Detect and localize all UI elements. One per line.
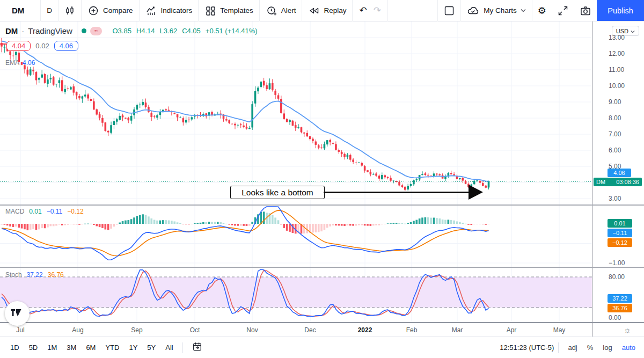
price-axis-label: 3.00 — [609, 194, 621, 203]
layout-square-icon — [443, 5, 455, 17]
price-axis-label: 7.00 — [609, 130, 621, 138]
fullscreen-icon — [557, 5, 569, 17]
macd-label: MACD — [5, 208, 24, 215]
range-1y-button[interactable]: 1Y — [124, 341, 142, 354]
range-3m-button[interactable]: 3M — [62, 341, 81, 354]
alert-label: Alert — [281, 6, 296, 14]
toolbar-separator — [387, 0, 388, 21]
ema-value: 4.06 — [23, 59, 35, 67]
ema-legend[interactable]: EMA 4.06 — [5, 59, 35, 67]
low-value: L3.62 — [160, 27, 178, 35]
compare-label: Compare — [103, 6, 133, 14]
range-6m-button[interactable]: 6M — [81, 341, 100, 354]
time-axis-label: Oct — [190, 326, 200, 334]
clock-label[interactable]: 12:51:23 (UTC-5) — [500, 344, 554, 352]
range-ytd-button[interactable]: YTD — [100, 341, 124, 354]
time-axis-label: 2022 — [358, 326, 372, 334]
annotation-text-box[interactable]: Looks like a bottom — [230, 186, 325, 199]
tradingview-logo-icon — [11, 309, 24, 319]
indicators-icon — [145, 5, 157, 17]
my-charts-button[interactable]: My Charts — [461, 0, 532, 21]
symbol-button[interactable]: DM — [0, 0, 40, 21]
range-5y-button[interactable]: 5Y — [142, 341, 160, 354]
log-scale-toggle[interactable]: log — [598, 344, 617, 352]
approximate-data-badge[interactable]: ≈ — [90, 27, 103, 35]
chart-legend: DM · TradingView ≈ O3.85 H4.14 L3.62 C4.… — [5, 26, 258, 35]
replay-label: Replay — [324, 6, 346, 14]
interval-button[interactable]: D — [41, 0, 58, 21]
alert-clock-icon — [266, 5, 277, 17]
timezone-sun-icon[interactable]: ☼ — [624, 325, 631, 334]
calendar-arrow-icon — [192, 345, 202, 353]
price-axis-label: 8.00 — [609, 114, 621, 122]
bid-price-line — [0, 43, 6, 45]
macd-line-value: −0.11 — [47, 208, 62, 215]
spread-value: 0.02 — [35, 42, 49, 50]
chart-style-button[interactable] — [58, 0, 81, 21]
undo-icon: ↶ — [359, 5, 367, 16]
top-toolbar: DM D Compare Indicators Templates Alert … — [0, 0, 644, 21]
high-value: H4.14 — [136, 27, 155, 35]
adjust-data-toggle[interactable]: adj — [563, 344, 582, 352]
time-axis-label: May — [553, 326, 566, 334]
percent-scale-toggle[interactable]: % — [582, 344, 598, 352]
layout-button[interactable] — [438, 0, 460, 21]
tradingview-logo[interactable] — [5, 301, 30, 326]
time-axis-label: Mar — [452, 326, 463, 334]
range-1m-button[interactable]: 1M — [42, 341, 62, 354]
ema-label: EMA — [5, 59, 19, 67]
price-axis-label: 9.00 — [609, 98, 621, 106]
undo-button[interactable]: ↶ — [353, 0, 370, 21]
replay-button[interactable]: Replay — [302, 0, 352, 21]
macd-axis-label: −1.00 — [609, 259, 625, 267]
compare-button[interactable]: Compare — [82, 0, 139, 21]
time-axis[interactable]: JulAugSepOctNovDec2022FebMarAprMay ☼ — [0, 322, 644, 337]
chevron-down-icon — [521, 9, 526, 12]
bottom-toolbar: 1D5D1M3M6MYTD1Y5YAll 12:51:23 (UTC-5) ad… — [0, 337, 644, 358]
range-all-button[interactable]: All — [160, 341, 178, 354]
chart-area[interactable]: USD 4.06 DM 03:08:36 13.0012.0011.0010.0… — [0, 21, 644, 322]
redo-button[interactable]: ↷ — [370, 0, 387, 21]
stoch-axis-label: 0.00 — [609, 313, 621, 322]
fullscreen-button[interactable] — [552, 0, 574, 21]
macd-hist-value: 0.01 — [29, 208, 41, 215]
go-to-date-button[interactable] — [187, 341, 207, 354]
ema-price-badge: 4.06 — [608, 169, 631, 177]
range-1d-button[interactable]: 1D — [5, 341, 24, 354]
screenshot-button[interactable] — [574, 0, 597, 21]
time-axis-label: Aug — [72, 326, 83, 334]
replay-rewind-icon — [308, 5, 320, 17]
market-status-dot-icon[interactable] — [82, 28, 86, 33]
chart-canvas[interactable] — [0, 21, 592, 322]
pane-separator-macd[interactable] — [0, 204, 644, 206]
time-axis-label: Nov — [246, 326, 258, 334]
ohlc-values: O3.85 H4.14 L3.62 C4.05 +0.51 (+14.41%) — [112, 27, 257, 35]
auto-scale-toggle[interactable]: auto — [617, 344, 636, 352]
redo-icon: ↷ — [374, 5, 381, 16]
macd-value-badge: −0.12 — [608, 238, 632, 247]
settings-button[interactable]: ⚙ — [532, 0, 552, 21]
cloud-check-icon — [467, 5, 480, 17]
stoch-label: Stoch — [5, 271, 22, 279]
indicators-button[interactable]: Indicators — [140, 0, 199, 21]
bottom-separator — [182, 342, 183, 353]
macd-legend[interactable]: MACD 0.01 −0.11 −0.12 — [5, 208, 84, 215]
legend-symbol[interactable]: DM — [5, 26, 18, 35]
price-axis[interactable]: USD 4.06 DM 03:08:36 13.0012.0011.0010.0… — [592, 21, 644, 322]
stoch-legend[interactable]: Stoch 37.22 36.76 — [5, 271, 64, 279]
gear-icon: ⚙ — [538, 5, 546, 17]
close-value: C4.05 — [182, 27, 201, 35]
last-price-countdown-badge: DM 03:08:36 — [594, 178, 642, 186]
bid-price-box[interactable]: 4.04 — [6, 41, 31, 51]
range-5d-button[interactable]: 5D — [24, 341, 43, 354]
pane-separator-stoch[interactable] — [0, 267, 644, 268]
ask-price-box[interactable]: 4.06 — [54, 41, 78, 51]
templates-button[interactable]: Templates — [199, 0, 259, 21]
annotation-arrow-line[interactable] — [324, 192, 470, 193]
badge-symbol: DM — [596, 178, 605, 186]
publish-button[interactable]: Publish — [597, 0, 644, 21]
alert-button[interactable]: Alert — [260, 0, 302, 21]
my-charts-label: My Charts — [484, 6, 517, 14]
macd-value-badge: −0.11 — [608, 229, 632, 237]
change-value: +0.51 (+14.41%) — [206, 27, 258, 35]
